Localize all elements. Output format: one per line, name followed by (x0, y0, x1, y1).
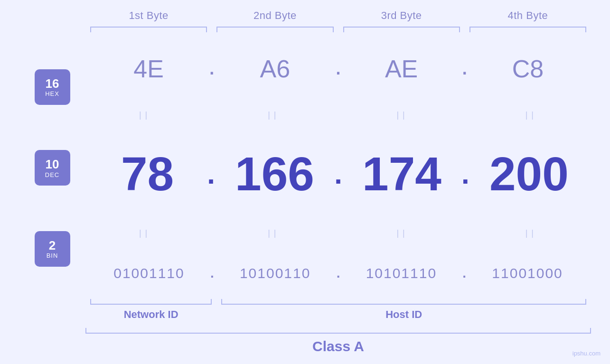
top-bracket-2 (216, 27, 333, 32)
bin-val-2: 10100110 (216, 265, 334, 281)
dec-badge: 10 DEC (35, 150, 70, 186)
top-brackets (19, 27, 591, 32)
class-a-section: Class A (85, 328, 591, 355)
byte-header-2: 2nd Byte (212, 9, 338, 22)
dot-dec-3: . (459, 158, 472, 190)
bin-badge-label: BIN (47, 252, 58, 259)
hex-val-3: AE (343, 55, 460, 83)
hex-val-4: C8 (469, 55, 586, 83)
host-bottom-bracket (221, 299, 586, 305)
dot-dec-2: . (332, 158, 345, 190)
dot-hex-1: . (207, 59, 216, 79)
dot-bin-2: . (334, 266, 343, 281)
bin-badge: 2 BIN (35, 231, 70, 267)
dec-row: 78 . 166 . 174 . 200 (85, 147, 591, 201)
dec-val-4: 200 (472, 147, 586, 201)
bin-badge-num: 2 (49, 239, 56, 252)
watermark: ipshu.com (572, 350, 601, 357)
hex-val-2: A6 (216, 55, 333, 83)
hex-val-1: 4E (90, 55, 207, 83)
class-bracket (85, 328, 591, 334)
equals-row-1: || || || || (85, 109, 591, 121)
hex-badge-num: 16 (46, 77, 59, 91)
dec-badge-num: 10 (46, 158, 59, 171)
eq-2-4: || (477, 227, 586, 239)
main-container: 1st Byte 2nd Byte 3rd Byte 4th Byte 16 H… (0, 0, 610, 364)
dec-val-2: 166 (217, 147, 332, 201)
bin-val-1: 01001110 (90, 265, 208, 281)
dot-hex-2: . (333, 59, 343, 79)
equals-row-2: || || || || (85, 227, 591, 239)
byte-headers-row: 1st Byte 2nd Byte 3rd Byte 4th Byte (19, 9, 591, 22)
hex-row: 4E . A6 . AE . C8 (85, 55, 591, 83)
bottom-section: Network ID Host ID Class A (19, 299, 591, 355)
bin-row: 01001110 . 10100110 . 10101110 . 1100100… (85, 265, 591, 281)
dec-val-1: 78 (90, 147, 205, 201)
dot-bin-3: . (460, 266, 469, 281)
bin-val-3: 10101110 (342, 265, 460, 281)
eq-1-2: || (219, 109, 328, 121)
hex-badge-label: HEX (45, 90, 59, 97)
byte-header-4: 4th Byte (465, 9, 591, 22)
dot-bin-1: . (208, 266, 216, 281)
dot-dec-1: . (205, 158, 217, 190)
eq-1-4: || (477, 109, 586, 121)
network-bracket-wrap (90, 299, 212, 305)
bin-val-4: 11001000 (469, 265, 586, 281)
dot-hex-3: . (460, 59, 469, 79)
byte-header-3: 3rd Byte (338, 9, 465, 22)
eq-1-1: || (90, 109, 200, 121)
top-bracket-4 (469, 27, 586, 32)
eq-2-1: || (90, 227, 200, 239)
eq-1-3: || (348, 109, 458, 121)
values-area: 4E . A6 . AE . C8 || || (85, 42, 591, 294)
hex-badge: 16 HEX (35, 69, 70, 105)
top-bracket-1 (90, 27, 207, 32)
dec-badge-label: DEC (45, 171, 59, 178)
bottom-brackets-row (85, 299, 591, 305)
bottom-labels-row: Network ID Host ID (85, 308, 591, 321)
top-bracket-3 (343, 27, 460, 32)
main-content: 16 HEX 10 DEC 2 BIN 4E . A6 (19, 42, 591, 294)
network-bottom-bracket (90, 299, 212, 305)
host-bracket-wrap (221, 299, 586, 305)
byte-header-1: 1st Byte (85, 9, 212, 22)
network-id-label: Network ID (90, 308, 212, 321)
eq-2-2: || (219, 227, 328, 239)
eq-2-3: || (348, 227, 458, 239)
host-id-label: Host ID (221, 308, 586, 321)
dec-val-3: 174 (345, 147, 459, 201)
badges-column: 16 HEX 10 DEC 2 BIN (19, 42, 85, 294)
class-a-label: Class A (85, 338, 591, 355)
